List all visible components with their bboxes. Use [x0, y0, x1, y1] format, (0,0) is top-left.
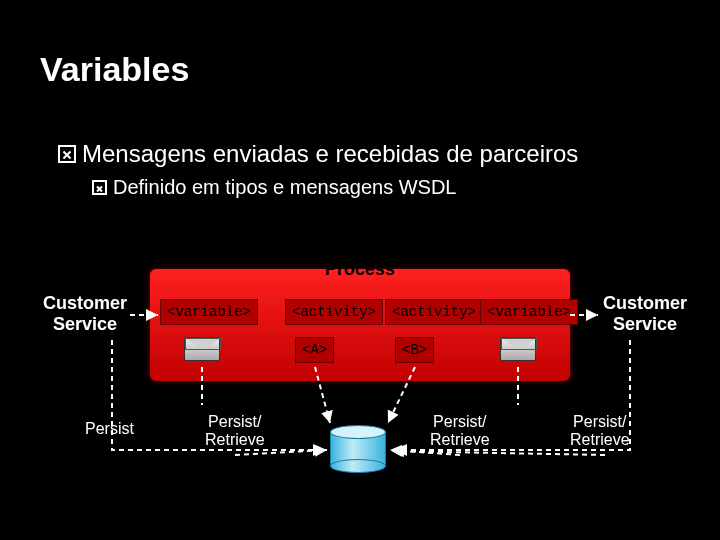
process-box — [150, 269, 570, 381]
persist-retrieve-1: Persist/ Retrieve — [205, 413, 265, 449]
variable-1: <variable> — [160, 299, 258, 325]
activity-2: <activity> — [385, 299, 483, 325]
token-b: <B> — [395, 337, 434, 363]
customer-right: Customer Service — [590, 293, 700, 334]
envelope-icon — [184, 337, 220, 361]
envelope-icon — [500, 337, 536, 361]
token-a: <A> — [295, 337, 334, 363]
customer-left: Customer Service — [30, 293, 140, 334]
bullet-box-icon — [58, 145, 76, 163]
bullet-box-icon — [92, 180, 107, 195]
bullet-main: Mensagens enviadas e recebidas de parcei… — [58, 140, 578, 168]
persist-label: Persist — [85, 420, 134, 438]
variable-2: <variable> — [480, 299, 578, 325]
slide-title: Variables — [40, 50, 189, 89]
process-label: Process — [150, 259, 570, 280]
persist-retrieve-3: Persist/ Retrieve — [570, 413, 630, 449]
bullet-sub-text: Definido em tipos e mensagens WSDL — [113, 176, 457, 199]
diagram: Customer Service Customer Service Proces… — [30, 255, 690, 525]
persist-retrieve-2: Persist/ Retrieve — [430, 413, 490, 449]
activity-1: <activity> — [285, 299, 383, 325]
bullet-main-text: Mensagens enviadas e recebidas de parcei… — [82, 140, 578, 168]
bullet-sub: Definido em tipos e mensagens WSDL — [92, 176, 457, 199]
database-icon — [330, 425, 386, 469]
